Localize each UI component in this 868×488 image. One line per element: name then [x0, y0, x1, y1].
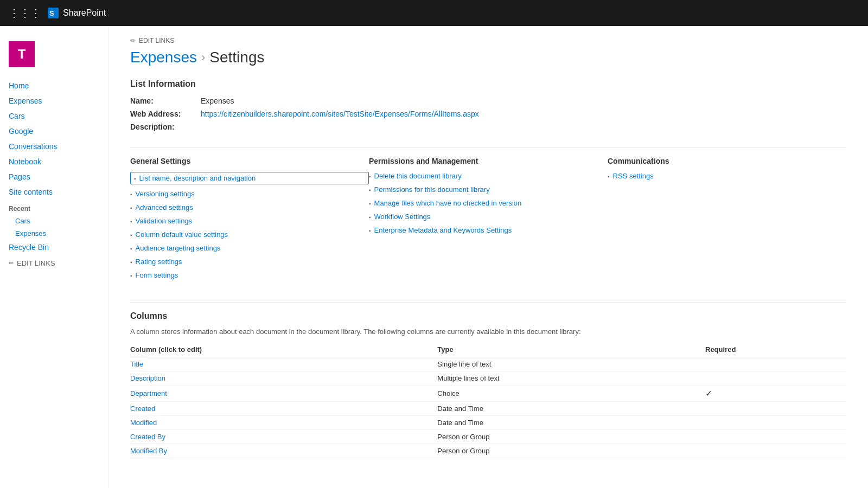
edit-links-top-button[interactable]: ✏ EDIT LINKS	[130, 37, 846, 44]
column-name-cell[interactable]: Title	[130, 357, 437, 371]
link-delete-library[interactable]: ▪ Delete this document library	[369, 172, 608, 180]
column-required-cell	[705, 402, 846, 416]
column-required-cell	[705, 357, 846, 371]
table-row: DescriptionMultiple lines of text	[130, 371, 846, 386]
general-settings-title: General Settings	[130, 157, 369, 165]
bullet-icon: ▪	[369, 228, 371, 234]
bullet-icon: ▪	[130, 191, 132, 197]
column-link[interactable]: Description	[130, 374, 165, 382]
column-link[interactable]: Created By	[130, 433, 165, 441]
pencil-icon: ✏	[9, 260, 14, 267]
column-type-cell: Multiple lines of text	[437, 371, 705, 386]
column-link[interactable]: Modified By	[130, 447, 167, 455]
sidebar-item-cars[interactable]: Cars	[0, 108, 108, 124]
link-permissions-library[interactable]: ▪ Permissions for this document library	[369, 185, 608, 194]
bullet-icon: ▪	[134, 176, 136, 182]
col-header-column: Column (click to edit)	[130, 342, 437, 357]
sharepoint-icon: S	[48, 8, 59, 18]
link-audience-targeting[interactable]: ▪ Audience targeting settings	[130, 244, 369, 252]
settings-columns: General Settings ▪ List name, descriptio…	[130, 147, 846, 285]
sidebar-item-recycle-bin[interactable]: Recycle Bin	[0, 240, 108, 255]
link-enterprise-metadata[interactable]: ▪ Enterprise Metadata and Keywords Setti…	[369, 226, 608, 234]
permissions-management-title: Permissions and Management	[369, 157, 608, 165]
sidebar-recent-expenses[interactable]: Expenses	[0, 227, 108, 240]
name-label: Name:	[130, 95, 201, 106]
sidebar-item-expenses[interactable]: Expenses	[0, 93, 108, 108]
description-label: Description:	[130, 121, 201, 132]
bullet-icon: ▪	[130, 205, 132, 211]
table-row: ModifiedDate and Time	[130, 416, 846, 430]
column-link[interactable]: Modified	[130, 419, 157, 427]
breadcrumb-current: Settings	[209, 49, 264, 66]
grid-icon[interactable]: ⋮⋮⋮	[9, 7, 41, 20]
table-row: DepartmentChoice✓	[130, 386, 846, 402]
communications-col: Communications ▪ RSS settings	[608, 157, 846, 285]
column-required-cell	[705, 371, 846, 386]
web-address-label: Web Address:	[130, 108, 201, 119]
link-validation-settings[interactable]: ▪ Validation settings	[130, 217, 369, 225]
list-information-section: List Information Name: Expenses Web Addr…	[130, 79, 846, 132]
logo-square: T	[9, 41, 35, 67]
brand-name: SharePoint	[63, 8, 106, 18]
columns-title: Columns	[130, 311, 846, 321]
name-value: Expenses	[201, 95, 846, 106]
sidebar-item-home[interactable]: Home	[0, 78, 108, 93]
sidebar-item-google[interactable]: Google	[0, 124, 108, 139]
sidebar-item-site-contents[interactable]: Site contents	[0, 184, 108, 200]
description-value	[201, 121, 846, 132]
column-type-cell: Single line of text	[437, 357, 705, 371]
column-name-cell[interactable]: Department	[130, 386, 437, 402]
column-name-cell[interactable]: Description	[130, 371, 437, 386]
bullet-icon: ▪	[130, 246, 132, 252]
link-form-settings[interactable]: ▪ Form settings	[130, 271, 369, 279]
col-header-type: Type	[437, 342, 705, 357]
page-title: Expenses › Settings	[130, 49, 846, 66]
bullet-icon: ▪	[369, 187, 371, 193]
bullet-icon: ▪	[369, 174, 371, 179]
list-info-title: List Information	[130, 79, 846, 89]
bullet-icon: ▪	[130, 273, 132, 279]
link-manage-files[interactable]: ▪ Manage files which have no checked in …	[369, 199, 608, 207]
columns-table: Column (click to edit) Type Required Tit…	[130, 342, 846, 458]
sidebar: T Home Expenses Cars Google Conversation…	[0, 26, 108, 488]
columns-description: A column stores information about each d…	[130, 328, 846, 336]
web-address-link[interactable]: https://citizenbuilders.sharepoint.com/s…	[201, 110, 479, 118]
general-settings-col: General Settings ▪ List name, descriptio…	[130, 157, 369, 285]
checkmark-icon: ✓	[705, 389, 712, 398]
breadcrumb-parent[interactable]: Expenses	[130, 49, 197, 66]
column-type-cell: Date and Time	[437, 402, 705, 416]
bullet-icon: ▪	[369, 201, 371, 207]
sidebar-item-notebook[interactable]: Notebook	[0, 154, 108, 169]
sidebar-edit-links-button[interactable]: ✏ EDIT LINKS	[0, 255, 108, 272]
communications-title: Communications	[608, 157, 846, 165]
pencil-icon-top: ✏	[130, 37, 136, 44]
list-info-grid: Name: Expenses Web Address: https://citi…	[130, 95, 846, 132]
bullet-icon: ▪	[130, 232, 132, 238]
brand-logo: S SharePoint	[48, 8, 106, 18]
link-advanced-settings[interactable]: ▪ Advanced settings	[130, 203, 369, 211]
svg-text:S: S	[49, 9, 54, 17]
bullet-icon: ▪	[130, 259, 132, 265]
link-list-name-description[interactable]: ▪ List name, description and navigation	[130, 172, 369, 184]
sidebar-item-pages[interactable]: Pages	[0, 169, 108, 184]
column-name-cell[interactable]: Created	[130, 402, 437, 416]
column-link[interactable]: Title	[130, 360, 143, 368]
column-type-cell: Person or Group	[437, 444, 705, 458]
column-name-cell[interactable]: Modified	[130, 416, 437, 430]
sidebar-recent-cars[interactable]: Cars	[0, 215, 108, 227]
column-link[interactable]: Department	[130, 389, 167, 397]
link-versioning-settings[interactable]: ▪ Versioning settings	[130, 190, 369, 198]
link-column-default-value[interactable]: ▪ Column default value settings	[130, 230, 369, 239]
link-rating-settings[interactable]: ▪ Rating settings	[130, 258, 369, 266]
link-workflow-settings[interactable]: ▪ Workflow Settings	[369, 213, 608, 221]
column-required-cell	[705, 416, 846, 430]
column-name-cell[interactable]: Created By	[130, 430, 437, 444]
sidebar-item-conversations[interactable]: Conversations	[0, 139, 108, 154]
column-name-cell[interactable]: Modified By	[130, 444, 437, 458]
topbar: ⋮⋮⋮ S SharePoint	[0, 0, 868, 26]
breadcrumb-separator: ›	[201, 50, 205, 65]
site-logo: T	[0, 35, 108, 78]
link-rss-settings[interactable]: ▪ RSS settings	[608, 172, 846, 180]
column-link[interactable]: Created	[130, 404, 155, 413]
table-row: TitleSingle line of text	[130, 357, 846, 371]
